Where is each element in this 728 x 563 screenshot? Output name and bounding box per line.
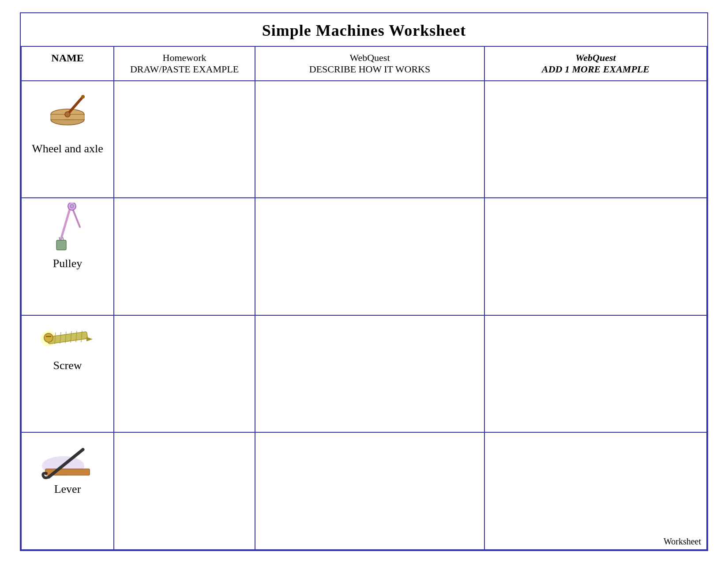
svg-point-9 xyxy=(70,204,74,208)
empty-cell-screw-add[interactable] xyxy=(484,315,707,433)
empty-cell-pulley-homework[interactable] xyxy=(114,198,255,315)
empty-cell-wheel-axle-add[interactable] xyxy=(484,81,707,198)
empty-cell-pulley-add[interactable] xyxy=(484,198,707,315)
empty-cell-screw-desc[interactable] xyxy=(255,315,484,433)
col-header-homework: Homework DRAW/PASTE EXAMPLE xyxy=(114,46,255,81)
table-row: Lever xyxy=(21,432,707,550)
svg-point-4 xyxy=(81,95,85,98)
col-header-webquest-add: WebQuest ADD 1 MORE EXAMPLE xyxy=(484,46,707,81)
worksheet-container: Simple Machines Worksheet NAME Homework … xyxy=(20,12,708,551)
lever-icon xyxy=(37,437,98,479)
empty-cell-lever-add[interactable] xyxy=(484,432,707,550)
svg-line-6 xyxy=(60,205,71,242)
machine-cell-screw: Screw xyxy=(21,315,114,433)
svg-line-11 xyxy=(59,237,60,240)
table-row: Wheel and axle xyxy=(21,81,707,198)
svg-marker-21 xyxy=(86,337,93,341)
machine-cell-pulley: Pulley xyxy=(21,198,114,315)
table-row: Pulley xyxy=(21,198,707,315)
machine-cell-wheel-axle: Wheel and axle xyxy=(21,81,114,198)
worksheet-table: NAME Homework DRAW/PASTE EXAMPLE WebQues… xyxy=(21,46,707,550)
pulley-icon xyxy=(47,203,89,253)
empty-cell-wheel-axle-desc[interactable] xyxy=(255,81,484,198)
empty-cell-pulley-desc[interactable] xyxy=(255,198,484,315)
svg-rect-10 xyxy=(56,240,66,250)
empty-cell-screw-homework[interactable] xyxy=(114,315,255,433)
header-row: NAME Homework DRAW/PASTE EXAMPLE WebQues… xyxy=(21,46,707,81)
empty-cell-lever-desc[interactable] xyxy=(255,432,484,550)
col-header-webquest-desc: WebQuest DESCRIBE HOW IT WORKS xyxy=(255,46,484,81)
worksheet-footer: Worksheet xyxy=(664,537,701,547)
screw-icon xyxy=(39,320,96,355)
svg-line-12 xyxy=(63,237,64,240)
empty-cell-lever-homework[interactable] xyxy=(114,432,255,550)
worksheet-title: Simple Machines Worksheet xyxy=(21,13,707,46)
machine-cell-lever: Lever xyxy=(21,432,114,550)
col-header-name: NAME xyxy=(21,46,114,81)
svg-point-5 xyxy=(65,112,70,117)
svg-line-19 xyxy=(76,331,77,342)
table-row: Screw xyxy=(21,315,707,433)
empty-cell-wheel-axle-homework[interactable] xyxy=(114,81,255,198)
wheel-axle-icon xyxy=(41,86,94,139)
